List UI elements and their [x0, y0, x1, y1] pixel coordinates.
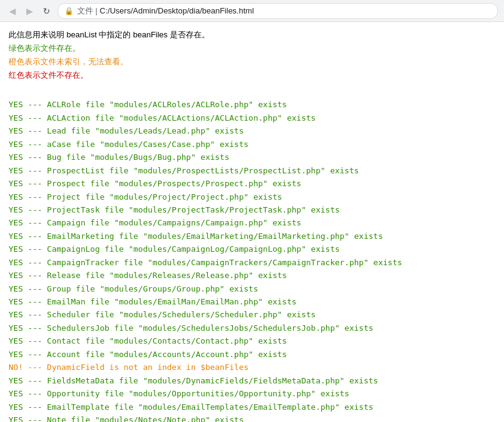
log-line: YES --- Opportunity file "modules/Opport…	[9, 387, 495, 400]
url-prefix: 文件 |	[77, 6, 100, 15]
log-line: YES --- Prospect file "modules/Prospects…	[9, 177, 495, 190]
address-bar[interactable]: 🔒 文件 | C:/Users/Admin/Desktop/dia/beanFi…	[58, 3, 498, 19]
lock-icon: 🔒	[64, 7, 74, 15]
log-line: YES --- ProjectTask file "modules/Projec…	[9, 203, 495, 216]
url-display: 文件 | C:/Users/Admin/Desktop/dia/beanFile…	[77, 6, 254, 17]
log-line: YES --- ACLRole file "modules/ACLRoles/A…	[9, 98, 495, 111]
log-line: YES --- EmailTemplate file "modules/Emai…	[9, 401, 495, 413]
back-button[interactable]: ◀	[6, 5, 18, 17]
log-line: YES --- Scheduler file "modules/Schedule…	[9, 308, 495, 321]
log-line: YES --- Project file "modules/Project/Pr…	[9, 190, 495, 203]
forward-button[interactable]: ▶	[23, 5, 36, 17]
intro-line2: 绿色表示文件存在。	[9, 42, 495, 55]
intro-block: 此信息用来说明 beanList 中指定的 beanFiles 是否存在。 绿色…	[9, 28, 495, 82]
intro-line1: 此信息用来说明 beanList 中指定的 beanFiles 是否存在。	[9, 28, 495, 42]
log-line: YES --- Lead file "modules/Leads/Lead.ph…	[9, 124, 495, 137]
log-line: YES --- Account file "modules/Accounts/A…	[9, 348, 495, 361]
log-line: YES --- Campaign file "modules/Campaigns…	[9, 216, 495, 229]
log-line: YES --- Bug file "modules/Bugs/Bug.php" …	[9, 151, 495, 164]
log-line: YES --- FieldsMetaData file "modules/Dyn…	[9, 374, 495, 387]
log-line: YES --- Note file "modules/Notes/Note.ph…	[9, 413, 495, 422]
log-line: YES --- ACLAction file "modules/ACLActio…	[9, 111, 495, 124]
refresh-button[interactable]: ↻	[40, 5, 53, 17]
log-line: YES --- EmailMan file "modules/EmailMan/…	[9, 295, 495, 308]
intro-line4: 红色表示文件不存在。	[9, 69, 495, 82]
browser-toolbar: ◀ ▶ ↻ 🔒 文件 | C:/Users/Admin/Desktop/dia/…	[0, 0, 504, 22]
log-line: YES --- Group file "modules/Groups/Group…	[9, 282, 495, 295]
log-line: YES --- SchedulersJob file "modules/Sche…	[9, 322, 495, 334]
log-line: YES --- Contact file "modules/Contacts/C…	[9, 334, 495, 347]
log-line: YES --- ProspectList file "modules/Prosp…	[9, 164, 495, 177]
log-line: YES --- CampaignTracker file "modules/Ca…	[9, 256, 495, 269]
log-line: YES --- EmailMarketing file "modules/Ema…	[9, 230, 495, 243]
page-content: 此信息用来说明 beanList 中指定的 beanFiles 是否存在。 绿色…	[0, 22, 504, 422]
log-line: YES --- Release file "modules/Releases/R…	[9, 269, 495, 282]
log-line: YES --- CampaignLog file "modules/Campai…	[9, 243, 495, 255]
log-container: YES --- ACLRole file "modules/ACLRoles/A…	[9, 98, 495, 422]
log-line: NO! --- DynamicField is not an index in …	[9, 361, 495, 374]
log-line: YES --- aCase file "modules/Cases/Case.p…	[9, 138, 495, 151]
intro-line3: 橙色表示文件未索引，无法查看。	[9, 55, 495, 69]
url-path: C:/Users/Admin/Desktop/dia/beanFiles.htm…	[100, 6, 254, 15]
